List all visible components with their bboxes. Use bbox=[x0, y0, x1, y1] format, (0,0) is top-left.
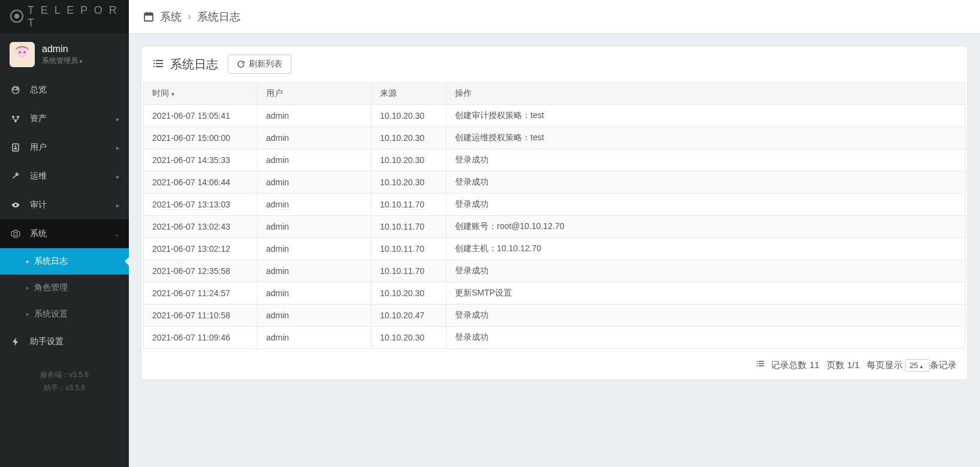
table-row: 2021-06-07 13:02:12admin10.10.11.70创建主机：… bbox=[144, 238, 966, 260]
sidebar-item-users[interactable]: 用户 ▸ bbox=[0, 133, 129, 162]
col-time[interactable]: 时间▾ bbox=[144, 83, 258, 105]
sidebar-item-assist[interactable]: 助手设置 bbox=[0, 327, 129, 356]
cell-action: 登录成功 bbox=[447, 149, 966, 171]
chevron-right-icon: › bbox=[188, 10, 191, 23]
eye-icon bbox=[10, 200, 22, 210]
svg-rect-14 bbox=[150, 12, 151, 14]
cell-time: 2021-06-07 14:06:44 bbox=[144, 171, 258, 194]
cell-time: 2021-06-07 14:35:33 bbox=[144, 149, 258, 171]
sidebar: T E L E P O R T admin 系统管理员 总览 资产 ▸ bbox=[0, 0, 129, 467]
cell-time: 2021-06-07 11:09:46 bbox=[144, 327, 258, 349]
sidebar-subitem-settings[interactable]: ▸ 系统设置 bbox=[0, 301, 129, 327]
cell-action: 更新SMTP设置 bbox=[447, 282, 966, 305]
user-role: 系统管理员 bbox=[42, 56, 83, 66]
cell-action: 登录成功 bbox=[447, 194, 966, 216]
col-source[interactable]: 来源 bbox=[372, 83, 447, 105]
svg-point-5 bbox=[23, 52, 25, 53]
cell-action: 创建主机：10.10.12.70 bbox=[447, 238, 966, 260]
perpage-select[interactable]: 25 ▴ bbox=[905, 359, 930, 372]
cell-user: admin bbox=[258, 305, 372, 327]
svg-point-1 bbox=[14, 14, 19, 19]
list-icon bbox=[756, 360, 765, 370]
table-row: 2021-06-07 14:06:44admin10.10.20.30登录成功 bbox=[144, 171, 966, 194]
panel-head: 系统日志 刷新列表 bbox=[141, 46, 967, 82]
server-version-value: v3.5.6 bbox=[69, 370, 89, 379]
logo-text: T E L E P O R T bbox=[28, 4, 119, 29]
chevron-right-icon: ▸ bbox=[116, 116, 119, 122]
avatar bbox=[10, 42, 35, 67]
sidebar-item-label: 系统 bbox=[30, 228, 47, 239]
cell-time: 2021-06-07 13:02:43 bbox=[144, 216, 258, 238]
dashboard-icon bbox=[10, 85, 22, 95]
svg-point-7 bbox=[17, 116, 19, 118]
sidebar-item-label: 角色管理 bbox=[34, 282, 68, 293]
sidebar-item-overview[interactable]: 总览 bbox=[0, 76, 129, 104]
page-block: 页数 1/1 bbox=[827, 360, 860, 371]
bullet-icon: ▸ bbox=[26, 311, 29, 317]
caret-up-icon: ▴ bbox=[920, 363, 923, 369]
svg-rect-19 bbox=[153, 66, 155, 67]
svg-rect-25 bbox=[757, 366, 758, 367]
page-value: 1/1 bbox=[847, 360, 860, 370]
cell-source: 10.10.20.47 bbox=[372, 305, 447, 327]
refresh-button[interactable]: 刷新列表 bbox=[228, 55, 291, 74]
chevron-right-icon: ▸ bbox=[116, 202, 119, 209]
breadcrumb-root[interactable]: 系统 bbox=[160, 10, 182, 24]
svg-point-10 bbox=[15, 146, 17, 147]
sidebar-item-label: 总览 bbox=[30, 85, 47, 95]
sidebar-item-assets[interactable]: 资产 ▸ bbox=[0, 104, 129, 133]
logo-icon bbox=[10, 9, 28, 25]
cell-source: 10.10.20.30 bbox=[372, 149, 447, 171]
perpage-value: 25 bbox=[909, 361, 918, 370]
sort-desc-icon: ▾ bbox=[171, 91, 174, 97]
sidebar-item-system[interactable]: 系统 ⌄ bbox=[0, 219, 129, 248]
svg-rect-18 bbox=[156, 63, 163, 64]
svg-rect-13 bbox=[146, 12, 147, 14]
sidebar-item-label: 助手设置 bbox=[30, 336, 64, 347]
user-box[interactable]: admin 系统管理员 bbox=[0, 34, 129, 76]
server-version-label: 服务端： bbox=[40, 370, 69, 379]
table-row: 2021-06-07 13:02:43admin10.10.11.70创建账号：… bbox=[144, 216, 966, 238]
svg-rect-16 bbox=[156, 60, 163, 61]
logo-bar: T E L E P O R T bbox=[0, 0, 129, 34]
sidebar-subitem-syslog[interactable]: ▸ 系统日志 bbox=[0, 248, 129, 275]
nav: 总览 资产 ▸ 用户 ▸ 运维 ▸ 审计 ▸ bbox=[0, 76, 129, 356]
sidebar-item-ops[interactable]: 运维 ▸ bbox=[0, 162, 129, 191]
cell-user: admin bbox=[258, 216, 372, 238]
cell-time: 2021-06-07 11:24:57 bbox=[144, 282, 258, 305]
cell-time: 2021-06-07 12:35:58 bbox=[144, 260, 258, 282]
cell-source: 10.10.20.30 bbox=[372, 105, 447, 127]
perpage-block: 每页显示 25 ▴ 条记录 bbox=[867, 360, 957, 371]
svg-rect-26 bbox=[759, 366, 764, 367]
panel-title: 系统日志 bbox=[170, 56, 218, 73]
sidebar-item-label: 用户 bbox=[30, 142, 47, 153]
svg-rect-20 bbox=[156, 66, 163, 67]
bullet-icon: ▸ bbox=[26, 285, 29, 291]
svg-rect-9 bbox=[13, 144, 19, 151]
cell-user: admin bbox=[258, 194, 372, 216]
refresh-button-label: 刷新列表 bbox=[249, 59, 282, 70]
cell-source: 10.10.11.70 bbox=[372, 238, 447, 260]
total-value: 11 bbox=[809, 360, 819, 370]
cell-source: 10.10.11.70 bbox=[372, 260, 447, 282]
sidebar-item-audit[interactable]: 审计 ▸ bbox=[0, 191, 129, 219]
cell-action: 创建账号：root@10.10.12.70 bbox=[447, 216, 966, 238]
breadcrumb: 系统 › 系统日志 bbox=[129, 0, 980, 34]
col-action[interactable]: 操作 bbox=[447, 83, 966, 105]
table-row: 2021-06-07 15:00:00admin10.10.20.30创建运维授… bbox=[144, 127, 966, 149]
sidebar-item-label: 运维 bbox=[30, 171, 47, 182]
col-user[interactable]: 用户 bbox=[258, 83, 372, 105]
sidebar-subitem-roles[interactable]: ▸ 角色管理 bbox=[0, 275, 129, 301]
perpage-label: 每页显示 bbox=[867, 360, 903, 370]
panel: 系统日志 刷新列表 时间▾ 用户 来源 操作 bbox=[141, 46, 968, 380]
svg-rect-12 bbox=[144, 13, 153, 16]
chevron-right-icon: ▸ bbox=[116, 173, 119, 180]
cell-user: admin bbox=[258, 105, 372, 127]
version-block: 服务端：v3.5.6 助手：v3.5.6 bbox=[0, 356, 129, 406]
cell-source: 10.10.20.30 bbox=[372, 127, 447, 149]
cell-source: 10.10.20.30 bbox=[372, 327, 447, 349]
sidebar-item-label: 系统设置 bbox=[34, 309, 68, 320]
sidebar-item-label: 资产 bbox=[30, 113, 47, 124]
assets-icon bbox=[10, 114, 22, 123]
cell-source: 10.10.20.30 bbox=[372, 171, 447, 194]
